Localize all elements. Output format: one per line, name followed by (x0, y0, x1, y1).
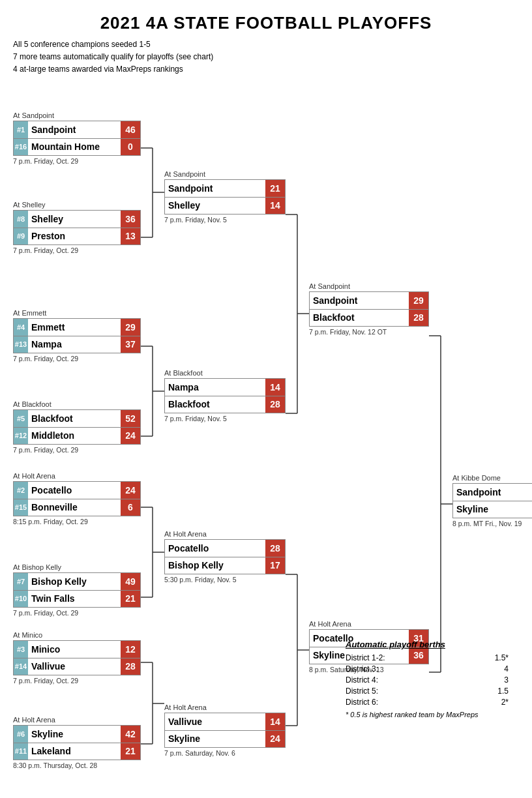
team-name: Nampa (28, 339, 121, 349)
score: 0 (121, 139, 140, 155)
team-row: #8 Shelley 36 (14, 211, 140, 228)
team-row: Skyline 20 (453, 501, 532, 518)
seed: #15 (14, 499, 28, 516)
matchup: #7 Bishop Kelly 49 #10 Twin Falls 21 (13, 572, 141, 608)
time-label: 7 p.m. Friday, Oct. 29 (13, 355, 141, 362)
team-name: Pocatello (28, 485, 121, 495)
team-row: #9 Preston 13 (14, 228, 140, 244)
score: 42 (121, 726, 140, 743)
r2-match-2: At Blackfoot Nampa 14 Blackfoot 28 7 p.m… (164, 369, 286, 422)
district-value: 1.5* (495, 653, 509, 662)
seed: #12 (14, 428, 28, 444)
bracket-layout: At Sandpoint #1 Sandpoint 46 #16 Mountai… (13, 85, 509, 798)
team-row: #4 Emmett 29 (14, 319, 140, 336)
score: 24 (121, 428, 140, 444)
score: 28 (121, 658, 140, 675)
matchup: Vallivue 14 Skyline 24 (164, 713, 286, 748)
r1-match-6: At Bishop Kelly #7 Bishop Kelly 49 #10 T… (13, 563, 141, 617)
seed: #11 (14, 743, 28, 760)
seed: #1 (14, 121, 28, 138)
page-title: 2021 4A STATE FOOTBALL PLAYOFFS (13, 13, 519, 33)
district-label: District 1-2: (346, 653, 404, 662)
score: 24 (121, 482, 140, 499)
venue-label: At Sandpoint (13, 111, 141, 119)
time-label: 7 p.m. Friday, Oct. 29 (13, 246, 141, 254)
seed: #3 (14, 641, 28, 658)
team-row: #12 Middleton 24 (14, 427, 140, 444)
venue-label: At Sandpoint (309, 282, 429, 290)
team-row: Skyline 24 (165, 730, 285, 747)
r2-match-4: At Holt Arena Vallivue 14 Skyline 24 7 p… (164, 703, 286, 757)
r4-match-1: At Kibbe Dome Sandpoint 6 Skyline 20 8 p… (452, 474, 532, 527)
team-row: #5 Blackfoot 52 (14, 410, 140, 427)
venue-label: At Holt Arena (164, 703, 286, 711)
score: 21 (121, 591, 140, 607)
venue-label: At Minico (13, 631, 141, 639)
team-row: Sandpoint 21 (165, 180, 285, 197)
team-row: #1 Sandpoint 46 (14, 121, 140, 138)
matchup: Sandpoint 21 Shelley 14 (164, 179, 286, 214)
venue-label: At Blackfoot (13, 400, 141, 408)
seed: #16 (14, 139, 28, 155)
score: 28 (265, 396, 285, 413)
team-row: #16 Mountain Home 0 (14, 138, 140, 155)
score: 49 (121, 573, 140, 590)
team-name: Shelley (28, 214, 121, 224)
matchup: #8 Shelley 36 #9 Preston 13 (13, 210, 141, 245)
auto-berths-section: Automatic playoff berths District 1-2: 1… (346, 640, 509, 718)
district-value: 1.5 (497, 687, 509, 696)
district-value: 3 (504, 675, 509, 685)
seed: #2 (14, 482, 28, 499)
seed: #8 (14, 211, 28, 228)
seed: #4 (14, 319, 28, 336)
venue-label: At Blackfoot (164, 369, 286, 377)
matchup: Sandpoint 29 Blackfoot 28 (309, 291, 429, 327)
team-row: #14 Vallivue 28 (14, 658, 140, 675)
matchup: #3 Minico 12 #14 Vallivue 28 (13, 640, 141, 675)
team-name: Twin Falls (28, 593, 121, 604)
team-name: Sandpoint (28, 125, 121, 135)
district-row-1: District 1-2: 1.5* (346, 653, 509, 662)
team-row: Sandpoint 29 (310, 292, 428, 309)
r1-match-4: At Blackfoot #5 Blackfoot 52 #12 Middlet… (13, 400, 141, 454)
auto-berths-footnote: * 0.5 is highest ranked team by MaxPreps (346, 711, 509, 718)
team-row: #3 Minico 12 (14, 641, 140, 658)
district-row-2: District 3: 4 (346, 664, 509, 673)
auto-berths-title: Automatic playoff berths (346, 640, 509, 649)
r2-match-1: At Sandpoint Sandpoint 21 Shelley 14 7 p… (164, 170, 286, 224)
time-label: 7 p.m. Friday, Oct. 29 (13, 609, 141, 617)
r1-match-2: At Shelley #8 Shelley 36 #9 Preston 13 7… (13, 201, 141, 254)
team-row: Sandpoint 6 (453, 484, 532, 501)
venue-label: At Holt Arena (13, 472, 141, 480)
r1-match-1: At Sandpoint #1 Sandpoint 46 #16 Mountai… (13, 111, 141, 165)
score: 14 (265, 713, 285, 730)
score: 29 (121, 319, 140, 336)
team-name: Sandpoint (165, 183, 265, 194)
team-row: Nampa 14 (165, 379, 285, 396)
district-row-5: District 6: 2* (346, 698, 509, 707)
team-name: Blackfoot (165, 399, 265, 409)
team-name: Preston (28, 231, 121, 241)
score: 12 (121, 641, 140, 658)
team-name: Bishop Kelly (28, 576, 121, 587)
seed: #5 (14, 410, 28, 427)
seed: #10 (14, 591, 28, 607)
r1-match-8: At Holt Arena #6 Skyline 42 #11 Lakeland… (13, 716, 141, 769)
time-label: 7 p.m. Saturday, Nov. 6 (164, 749, 286, 757)
time-label: 7 p.m. Friday, Oct. 29 (13, 677, 141, 685)
time-label: 7 p.m. Friday, Nov. 5 (164, 216, 286, 224)
intro-text: All 5 conference champions seeded 1-5 7 … (13, 38, 519, 76)
team-name: Shelley (165, 200, 265, 211)
r2-match-3: At Holt Arena Pocatello 28 Bishop Kelly … (164, 530, 286, 584)
score: 28 (409, 310, 428, 326)
district-row-4: District 5: 1.5 (346, 687, 509, 696)
time-label: 8:30 p.m. Thursday, Oct. 28 (13, 761, 141, 769)
team-row: Pocatello 28 (165, 540, 285, 557)
venue-label: At Shelley (13, 201, 141, 209)
score: 13 (121, 228, 140, 244)
team-row: #11 Lakeland 21 (14, 743, 140, 760)
team-name: Skyline (28, 729, 121, 739)
team-row: #6 Skyline 42 (14, 726, 140, 743)
time-label: 7 p.m. Friday, Oct. 29 (13, 446, 141, 454)
team-row: #13 Nampa 37 (14, 336, 140, 353)
